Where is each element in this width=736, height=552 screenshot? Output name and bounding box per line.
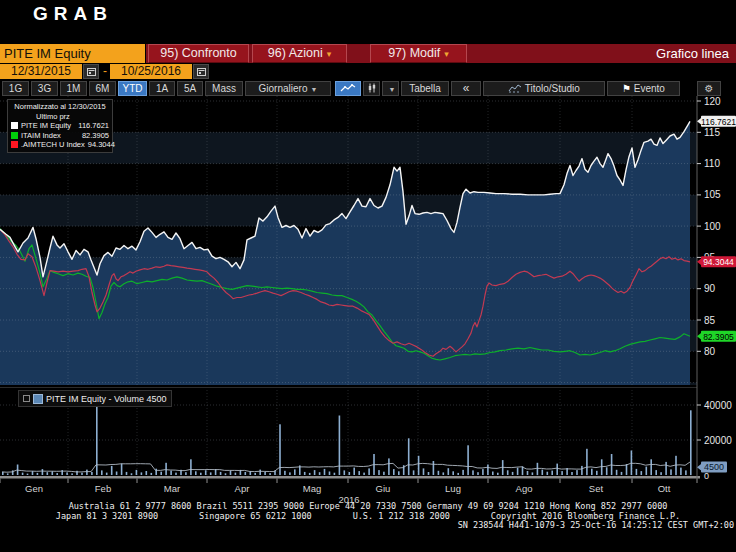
svg-text:85: 85	[704, 315, 716, 326]
azioni-button[interactable]: 96) Azioni▾	[252, 44, 347, 63]
collapse-box-icon[interactable]	[23, 395, 30, 402]
gear-icon: ⚙	[705, 83, 714, 94]
svg-text:Lug: Lug	[445, 483, 461, 494]
volume-panel-header[interactable]: PITE IM Equity - Volume 4500	[18, 390, 172, 407]
calendar-icon[interactable]	[193, 64, 209, 79]
period-dropdown[interactable]: Giornaliero▼	[245, 81, 331, 96]
legend-row-pite[interactable]: PITE IM Equity 116.7621	[11, 121, 109, 131]
security-ticker-field[interactable]: PITE IM Equity	[0, 44, 145, 63]
collapse-panel-button[interactable]: «	[451, 81, 481, 96]
svg-text:105: 105	[704, 189, 721, 200]
line-chart-icon	[340, 83, 356, 93]
range-1a-button[interactable]: 1A	[149, 81, 175, 96]
chevron-down-icon: ▼	[310, 86, 317, 93]
volume-panel-label: PITE IM Equity - Volume 4500	[46, 394, 167, 404]
svg-text:Mag: Mag	[303, 483, 321, 494]
page-title: GRAB	[33, 3, 113, 25]
candle-chart-type-button[interactable]	[363, 81, 380, 96]
date-to-field[interactable]: 10/25/2016	[110, 64, 192, 79]
svg-text:82.3905: 82.3905	[703, 332, 734, 342]
chevron-down-icon: ▾	[444, 49, 449, 59]
event-button[interactable]: ⚑ Evento	[607, 81, 680, 96]
svg-text:100: 100	[704, 221, 721, 232]
svg-text:116.7621: 116.7621	[701, 117, 736, 127]
legend-column-header: Ultimo prz	[11, 112, 109, 122]
svg-text:Set: Set	[589, 483, 604, 494]
chevron-down-icon: ▾	[327, 49, 332, 59]
modif-button[interactable]: 97) Modif▾	[370, 44, 467, 63]
range-1m-button[interactable]: 1M	[60, 81, 87, 96]
chart-legend: Normalizzato al 12/30/2015 Ultimo prz PI…	[7, 99, 113, 153]
price-volume-chart-canvas[interactable]: GenFebMarAprMagGiuLugAgoSetOtt2016120115…	[0, 96, 736, 510]
svg-text:80: 80	[704, 346, 716, 357]
svg-text:90: 90	[704, 283, 716, 294]
settings-button[interactable]: ⚙	[697, 81, 721, 96]
svg-text:120: 120	[704, 96, 721, 107]
svg-text:4500: 4500	[704, 462, 724, 472]
footer-line-3: SN 238544 H441-1079-3 25-Oct-16 14:25:12…	[0, 521, 736, 531]
svg-text:Ago: Ago	[516, 483, 533, 494]
table-button[interactable]: Tabella	[401, 81, 449, 96]
range-6m-button[interactable]: 6M	[89, 81, 116, 96]
range-ytd-button[interactable]: YTD	[118, 81, 147, 96]
svg-text:Mar: Mar	[164, 483, 180, 494]
legend-title: Normalizzato al 12/30/2015	[11, 102, 109, 112]
flag-icon: ⚑	[622, 83, 631, 94]
chevron-down-icon: ▼	[389, 86, 396, 93]
svg-text:115: 115	[704, 127, 720, 138]
calendar-icon[interactable]	[83, 64, 99, 79]
terminal-footer: Australia 61 2 9777 8600 Brazil 5511 239…	[0, 502, 736, 531]
legend-row-aimtech[interactable]: .AIMTECH U Index 94.3044	[11, 140, 109, 150]
svg-text:Apr: Apr	[235, 483, 250, 494]
svg-text:Feb: Feb	[95, 483, 111, 494]
white-swatch-icon	[11, 122, 18, 129]
confronto-button[interactable]: 95) Confronto	[148, 44, 249, 63]
view-title: Grafico linea	[656, 44, 729, 63]
svg-text:Ott: Ott	[658, 483, 671, 494]
legend-row-itaim[interactable]: ITAIM Index 82.3905	[11, 131, 109, 141]
green-swatch-icon	[11, 132, 18, 139]
svg-text:Gen: Gen	[25, 483, 43, 494]
svg-text:110: 110	[704, 158, 720, 169]
svg-text:40000: 40000	[704, 400, 732, 411]
date-from-field[interactable]: 12/31/2015	[0, 64, 82, 79]
bloomberg-terminal-window: GRAB PITE IM Equity 95) Confronto 96) Az…	[0, 0, 736, 552]
svg-text:94.3044: 94.3044	[703, 257, 734, 267]
red-swatch-icon	[11, 141, 18, 148]
volume-swatch-icon	[33, 394, 43, 404]
chart-svg: GenFebMarAprMagGiuLugAgoSetOtt2016120115…	[0, 96, 736, 510]
chart-type-dropdown[interactable]: ▼	[382, 81, 399, 96]
range-mass-button[interactable]: Mass	[205, 81, 243, 96]
candlestick-icon	[367, 83, 377, 93]
svg-text:Giu: Giu	[376, 483, 391, 494]
menu-banner: 95) Confronto 96) Azioni▾ 97) Modif▾ Gra…	[146, 44, 736, 63]
date-separator: -	[101, 64, 109, 79]
range-5a-button[interactable]: 5A	[177, 81, 203, 96]
range-1g-button[interactable]: 1G	[2, 81, 29, 96]
range-3g-button[interactable]: 3G	[31, 81, 58, 96]
study-button[interactable]: Titolo/Studio	[483, 81, 605, 96]
mini-chart-icon	[508, 84, 522, 93]
svg-text:20000: 20000	[704, 435, 732, 446]
line-chart-type-button[interactable]	[335, 81, 361, 96]
